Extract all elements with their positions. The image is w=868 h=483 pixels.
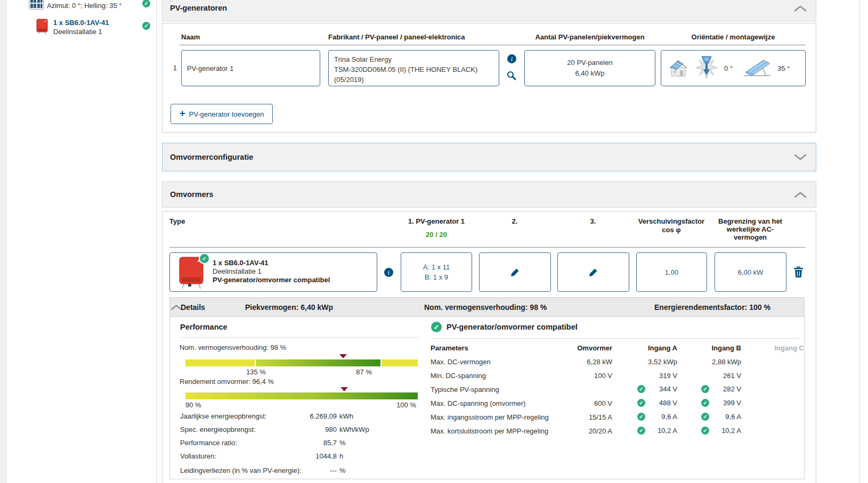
add-pv-generator-label: PV-generator toevoegen [189,110,264,118]
string-a: A: 1 x 11 [401,262,472,272]
search-icon[interactable] [507,71,516,80]
project-tree-sidebar: Azimut: 0 °; Helling: 35 ° 1 x SB6.0-1AV… [6,0,157,483]
params-header: Parameters [431,344,468,352]
inverter-name: 1 x SB6.0-1AV-41 [213,259,330,267]
gen2-edit-box[interactable] [479,252,551,292]
sidebar-item-pv-generator[interactable]: Azimut: 0 °; Helling: 35 ° [29,0,167,13]
details-label: Details [181,303,205,312]
section-title: Omvormerconfiguratie [170,153,253,161]
param-ingang-b: 282 V [683,385,741,393]
module-select-box[interactable]: Trina Solar Energy TSM-320DD06M.05 (II) … [328,50,499,86]
divider [180,337,419,338]
column-header-gen3: 3. [572,217,614,225]
check-icon [637,427,645,435]
param-label: Max. ingangsstroom per MPP-regeling [431,413,549,421]
generator-name-input[interactable] [182,51,320,86]
check-icon [637,385,645,393]
param-ingang-b: 9,6 A [683,413,741,421]
pv-array-icon [29,0,44,10]
column-header-cosphi: Verschuivingsfactor cos φ [629,217,714,234]
param-label: Max. DC-vermogen [431,358,491,366]
inverter-type-box[interactable]: 1 x SB6.0-1AV-41 Deelinstallatie 1 PV-ge… [169,252,377,292]
stat-unit: kWh [339,412,353,420]
details-toggle-bar[interactable]: Details Piekvermogen: 6,40 kWp Nom. verm… [169,297,805,317]
chevron-up-icon[interactable] [793,191,807,198]
inverter-icon [36,19,48,35]
sidebar-item-subtitle: Deelinstallatie 1 [53,28,102,36]
main-content: PV-generatoren Naam Fabrikant / PV-panee… [162,0,816,483]
stat-value: 85,7 [290,439,337,447]
column-header-orientatie: Oriëntatie / montagewijze [661,33,806,41]
param-ingang-a: 488 V [619,399,677,407]
ratio-bar-right-label: 87 % [335,368,372,376]
efficiency-marker [340,387,348,391]
efficiency-bar-left-label: 90 % [185,401,201,409]
stat-value: 1044,8 [290,452,337,460]
stat-label: Performance ratio: [180,439,237,447]
gen3-edit-box[interactable] [557,252,629,292]
param-omvormer: 6,28 kW [554,358,612,366]
left-scrollbar-track[interactable] [0,0,6,483]
stat-unit: % [339,466,346,474]
params-header-omvormer: Omvormer [554,344,612,352]
param-label: Max. kortsluitstroom per MPP-regeling [431,427,548,435]
chevron-down-icon[interactable] [793,154,807,161]
param-omvormer: 600 V [554,399,612,407]
column-header-type: Type [169,217,185,225]
header-underline [169,247,806,248]
chevron-up-icon[interactable] [793,5,807,12]
column-header-gen1: 1. PV-generator 1 [383,217,490,225]
stat-unit: % [339,439,346,447]
ratio-bar-left-label: 135 % [246,368,266,376]
section-title: PV-generatoren [170,4,227,12]
stat-value: 980 [290,425,337,433]
params-header-ingang-c: Ingang C [745,344,804,352]
pencil-icon [589,268,598,277]
inverter-status: PV-generator/omvormer compatibel [213,276,330,284]
efficiency-bar [185,392,418,399]
param-ingang-b: 2,88 kWp [683,358,741,366]
stat-label: Vollasturen: [180,452,216,460]
details-body: Performance Nom. vermogensverhouding: 98… [169,317,805,479]
check-icon [637,413,645,421]
column-header-aantal: Aantal PV-panelen/piekvermogen [524,33,655,41]
section-header-pv-generatoren[interactable]: PV-generatoren [162,0,816,21]
orientation-box[interactable]: 0 ° 35 ° [661,50,806,86]
info-icon[interactable]: i [507,54,516,63]
param-ingang-b: 10,2 A [683,427,741,435]
row-index: 1 [169,64,177,72]
stat-label: Spec. energieopbrengst: [180,425,256,433]
ac-limit-value: 6,00 kW [738,268,764,276]
param-omvormer: 20/20 A [554,427,612,435]
section-title: Omvormers [170,190,213,199]
sidebar-item-inverter[interactable]: 1 x SB6.0-1AV-41 Deelinstallatie 1 [29,18,167,37]
ac-limit-field[interactable]: 6,00 kW [715,252,786,292]
check-icon [701,399,709,407]
header-underline [180,45,806,45]
check-icon [637,399,645,407]
module-date: (05/2019) [334,75,493,85]
panel-count: 20 PV-panelen [567,58,612,68]
cosphi-field[interactable]: 1,00 [636,252,707,292]
section-header-omvormerconfiguratie[interactable]: Omvormerconfiguratie [162,143,816,171]
trash-icon[interactable] [793,266,804,278]
param-ingang-a: 9,6 A [619,413,677,421]
params-header-ingang-a: Ingang A [619,344,677,352]
info-icon[interactable]: i [384,268,393,277]
generator-name-field[interactable] [181,50,320,86]
param-ingang-a: 3,52 kWp [619,358,677,366]
param-ingang-a: 10,2 A [619,427,677,435]
check-icon [142,22,150,30]
gen1-string-config-box[interactable]: A: 1 x 11 B: 1 x 9 [401,252,472,292]
stat-unit: h [339,452,343,460]
divider [431,338,799,339]
section-header-omvormers[interactable]: Omvormers [162,181,816,208]
column-header-gen2: 2. [493,217,536,225]
panel-count-box[interactable]: 20 PV-panelen 6,40 kWp [524,50,655,86]
stat-value: --- [290,466,337,474]
check-icon [701,427,709,435]
check-icon [142,0,150,7]
inverter-subtitle: Deelinstallatie 1 [213,267,330,276]
add-pv-generator-button[interactable]: + PV-generator toevoegen [171,104,273,124]
vertical-scrollbar[interactable] [859,0,868,483]
